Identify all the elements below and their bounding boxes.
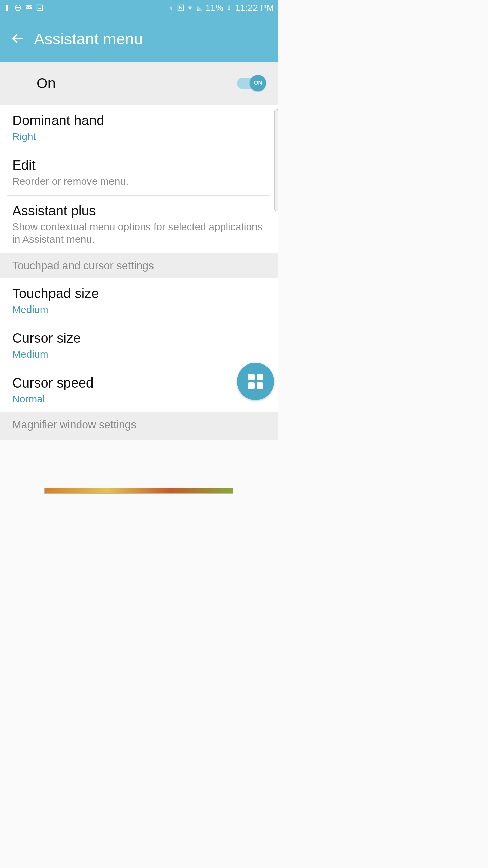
battery-percent: 11% xyxy=(205,3,224,13)
setting-title: Assistant plus xyxy=(12,203,265,218)
toggle-thumb-text: ON xyxy=(250,75,266,91)
battery-icon xyxy=(226,4,233,12)
app-bar: Assistant menu xyxy=(0,16,278,62)
page-title: Assistant menu xyxy=(34,29,143,48)
setting-dominant-hand[interactable]: Dominant hand Right xyxy=(0,105,278,150)
grid-icon xyxy=(248,374,263,389)
bottom-image-strip xyxy=(44,488,233,494)
setting-cursor-speed[interactable]: Cursor speed Normal xyxy=(0,368,278,412)
scroll-indicator xyxy=(274,109,278,211)
svg-rect-5 xyxy=(228,9,230,10)
nfc-icon xyxy=(177,4,184,12)
master-toggle-row[interactable]: On ON xyxy=(0,62,278,105)
setting-subtitle: Reorder or remove menu. xyxy=(12,175,265,188)
wifi-icon xyxy=(186,4,194,12)
setting-subtitle: Show contextual menu options for selecte… xyxy=(12,220,265,246)
back-button[interactable] xyxy=(10,32,24,46)
setting-title: Touchpad size xyxy=(12,286,265,301)
setting-edit[interactable]: Edit Reorder or remove menu. xyxy=(0,150,278,195)
setting-value: Medium xyxy=(12,304,265,315)
setting-value: Normal xyxy=(12,393,265,405)
master-toggle-label: On xyxy=(37,75,56,92)
battery-alert-icon xyxy=(3,4,11,12)
setting-touchpad-size[interactable]: Touchpad size Medium xyxy=(0,278,278,323)
setting-value: Medium xyxy=(12,349,265,360)
assistant-fab[interactable] xyxy=(237,363,274,400)
setting-cursor-size[interactable]: Cursor size Medium xyxy=(0,323,278,368)
setting-title: Cursor speed xyxy=(12,375,265,391)
setting-title: Edit xyxy=(12,158,265,173)
do-not-disturb-icon xyxy=(14,4,22,12)
master-toggle-switch[interactable]: ON xyxy=(237,78,265,89)
section-header-magnifier: Magnifier window settings xyxy=(0,412,278,437)
bluetooth-icon xyxy=(167,4,175,12)
setting-title: Cursor size xyxy=(12,331,265,346)
clock-text: 11:22 PM xyxy=(235,3,274,13)
signal-icon xyxy=(196,4,203,12)
section-header-touchpad: Touchpad and cursor settings xyxy=(0,253,278,278)
setting-assistant-plus[interactable]: Assistant plus Show contextual menu opti… xyxy=(0,196,278,253)
mail-icon xyxy=(25,4,33,12)
svg-rect-2 xyxy=(37,5,43,11)
setting-title: Dominant hand xyxy=(12,113,265,128)
setting-value: Right xyxy=(12,131,265,142)
image-icon xyxy=(36,4,43,12)
svg-rect-6 xyxy=(229,6,230,6)
status-bar: 11% 11:22 PM xyxy=(0,0,278,16)
